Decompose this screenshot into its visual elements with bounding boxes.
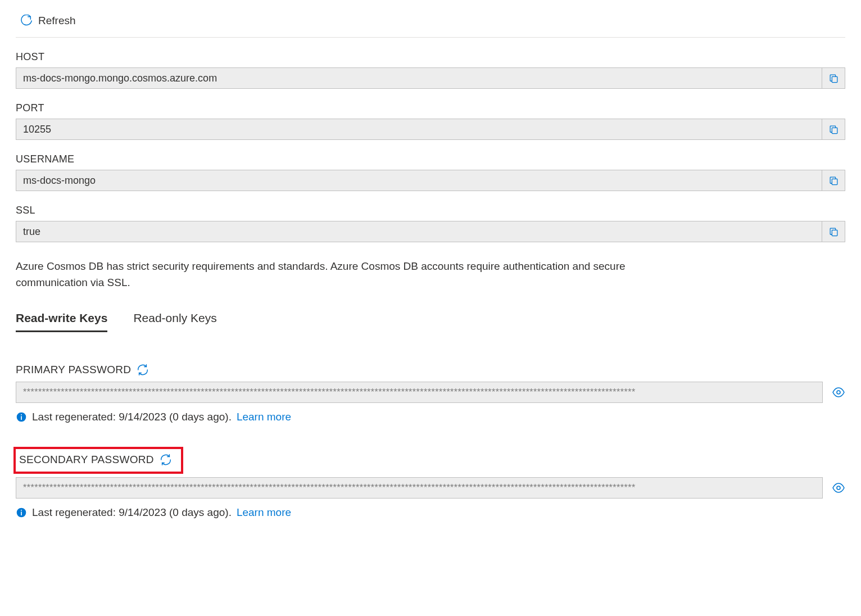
host-input[interactable] — [16, 67, 822, 89]
copy-host-button[interactable] — [822, 67, 845, 89]
port-input[interactable] — [16, 119, 822, 140]
copy-port-button[interactable] — [822, 119, 845, 140]
svg-rect-11 — [21, 510, 22, 511]
secondary-learn-more-link[interactable]: Learn more — [237, 506, 291, 519]
copy-username-button[interactable] — [822, 170, 845, 191]
copy-icon — [828, 73, 839, 84]
refresh-button[interactable]: Refresh — [20, 15, 76, 27]
tab-read-write-keys[interactable]: Read-write Keys — [16, 311, 107, 332]
svg-rect-2 — [832, 179, 837, 184]
refresh-icon — [20, 15, 33, 27]
primary-password-input[interactable]: ****************************************… — [16, 382, 823, 403]
security-note: Azure Cosmos DB has strict security requ… — [16, 258, 656, 291]
primary-password-label: PRIMARY PASSWORD — [16, 364, 131, 376]
svg-rect-6 — [21, 416, 22, 420]
svg-rect-1 — [832, 128, 837, 133]
primary-learn-more-link[interactable]: Learn more — [237, 411, 291, 423]
field-username: USERNAME — [16, 153, 845, 191]
secondary-password-highlight: SECONDARY PASSWORD — [13, 447, 183, 474]
field-ssl: SSL — [16, 205, 845, 242]
port-label: PORT — [16, 102, 845, 114]
secondary-password-section: SECONDARY PASSWORD *********************… — [16, 447, 845, 519]
svg-rect-3 — [832, 230, 837, 235]
tab-read-only-keys[interactable]: Read-only Keys — [133, 311, 216, 332]
ssl-input[interactable] — [16, 221, 822, 242]
keys-tabs: Read-write Keys Read-only Keys — [16, 311, 845, 332]
copy-ssl-button[interactable] — [822, 221, 845, 242]
field-host: HOST — [16, 51, 845, 89]
info-icon — [16, 411, 27, 423]
reveal-secondary-button[interactable] — [832, 481, 845, 495]
ssl-label: SSL — [16, 205, 845, 216]
svg-point-4 — [837, 391, 840, 394]
eye-icon — [832, 386, 845, 399]
eye-icon — [832, 481, 845, 495]
primary-password-section: PRIMARY PASSWORD ***********************… — [16, 364, 845, 423]
svg-rect-10 — [21, 511, 22, 515]
svg-point-8 — [837, 486, 840, 490]
secondary-password-input[interactable]: ****************************************… — [16, 477, 823, 499]
reveal-primary-button[interactable] — [832, 386, 845, 399]
field-port: PORT — [16, 102, 845, 140]
primary-last-regenerated: Last regenerated: 9/14/2023 (0 days ago)… — [32, 411, 232, 423]
regenerate-secondary-button[interactable] — [160, 454, 172, 466]
copy-icon — [828, 175, 839, 186]
host-label: HOST — [16, 51, 845, 63]
secondary-last-regenerated: Last regenerated: 9/14/2023 (0 days ago)… — [32, 506, 232, 519]
regenerate-icon — [160, 454, 172, 466]
secondary-password-label: SECONDARY PASSWORD — [16, 454, 154, 466]
regenerate-icon — [137, 364, 149, 376]
info-icon — [16, 507, 27, 518]
username-input[interactable] — [16, 170, 822, 191]
svg-rect-0 — [832, 76, 837, 82]
refresh-label: Refresh — [38, 15, 76, 27]
username-label: USERNAME — [16, 153, 845, 165]
regenerate-primary-button[interactable] — [137, 364, 149, 376]
copy-icon — [828, 227, 839, 237]
toolbar: Refresh — [16, 11, 845, 38]
svg-rect-7 — [21, 414, 22, 415]
copy-icon — [828, 124, 839, 135]
